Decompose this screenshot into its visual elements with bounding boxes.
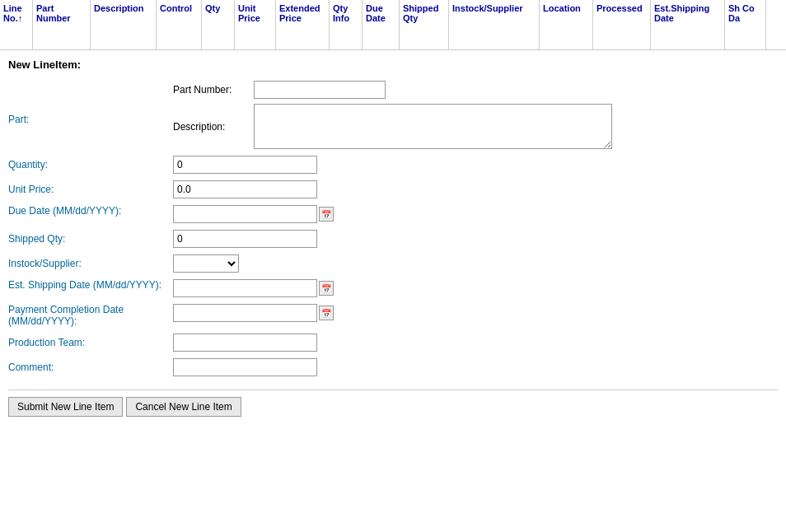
part-section: Part: Part Number: Description: [8,81,778,149]
comment-label: Comment: [8,358,173,373]
quantity-label: Quantity: [8,156,173,170]
est-shipping-date-input[interactable] [173,279,317,297]
col-sh-co-da[interactable]: Sh Co Da [725,0,766,49]
col-location[interactable]: Location [540,0,593,49]
submit-button[interactable]: Submit New Line Item [8,397,123,417]
est-shipping-date-row: Est. Shipping Date (MM/dd/YYYY): 📅 [8,279,778,297]
payment-completion-date-wrapper: 📅 [173,304,334,322]
due-date-row: Due Date (MM/dd/YYYY): 📅 [8,205,778,223]
shipped-qty-row: Shipped Qty: 0 [8,230,778,248]
col-description[interactable]: Description [91,0,157,49]
col-control[interactable]: Control [157,0,202,49]
col-qty[interactable]: Qty [202,0,235,49]
description-input[interactable] [254,104,612,149]
part-label: Part: [8,81,173,125]
col-est-shipping-date[interactable]: Est.Shipping Date [651,0,725,49]
instock-supplier-select[interactable] [173,254,239,273]
due-date-label: Due Date (MM/dd/YYYY): [8,205,173,217]
payment-completion-date-input[interactable] [173,304,317,322]
part-fields: Part Number: Description: [173,81,612,149]
col-qty-info[interactable]: Qty Info [330,0,363,49]
col-shipped-qty[interactable]: Shipped Qty [400,0,449,49]
comment-row: Comment: [8,358,778,376]
col-line-no[interactable]: Line No.↑ [0,0,33,49]
col-instock-supplier[interactable]: Instock/Supplier [449,0,540,49]
description-label: Description: [173,121,247,133]
col-unit-price[interactable]: Unit Price [235,0,276,49]
due-date-wrapper: 📅 [173,205,334,223]
production-team-row: Production Team: [8,334,778,352]
part-number-row: Part Number: [173,81,612,99]
shipped-qty-label: Shipped Qty: [8,230,173,245]
unit-price-row: Unit Price: 0.0 [8,180,778,198]
quantity-input[interactable]: 0 [173,156,317,174]
payment-completion-date-row: Payment Completion Date (MM/dd/YYYY): 📅 [8,304,778,327]
shipped-qty-input[interactable]: 0 [173,230,317,248]
col-processed[interactable]: Processed [593,0,651,49]
form-container: New LineItem: Part: Part Number: Descrip… [0,50,786,432]
unit-price-input[interactable]: 0.0 [173,180,317,198]
payment-completion-date-calendar-icon[interactable]: 📅 [319,306,334,320]
quantity-row: Quantity: 0 [8,156,778,174]
section-title: New LineItem: [8,58,778,71]
cancel-button[interactable]: Cancel New Line Item [126,397,241,417]
due-date-calendar-icon[interactable]: 📅 [319,207,334,222]
est-shipping-date-label: Est. Shipping Date (MM/dd/YYYY): [8,279,173,291]
description-row: Description: [173,104,612,149]
payment-completion-date-label: Payment Completion Date (MM/dd/YYYY): [8,304,173,327]
production-team-input[interactable] [173,334,317,352]
table-header: Line No.↑ Part Number Description Contro… [0,0,786,50]
instock-supplier-label: Instock/Supplier: [8,254,173,269]
col-part-number[interactable]: Part Number [33,0,91,49]
unit-price-label: Unit Price: [8,180,173,195]
production-team-label: Production Team: [8,334,173,348]
comment-input[interactable] [173,358,317,376]
part-number-label: Part Number: [173,84,247,96]
est-shipping-date-wrapper: 📅 [173,279,334,297]
part-number-input[interactable] [254,81,386,99]
col-extended-price[interactable]: Extended Price [276,0,330,49]
button-row: Submit New Line Item Cancel New Line Ite… [8,390,778,423]
col-due-date[interactable]: Due Date [363,0,400,49]
est-shipping-date-calendar-icon[interactable]: 📅 [319,281,334,296]
instock-supplier-row: Instock/Supplier: [8,254,778,273]
due-date-input[interactable] [173,205,317,223]
